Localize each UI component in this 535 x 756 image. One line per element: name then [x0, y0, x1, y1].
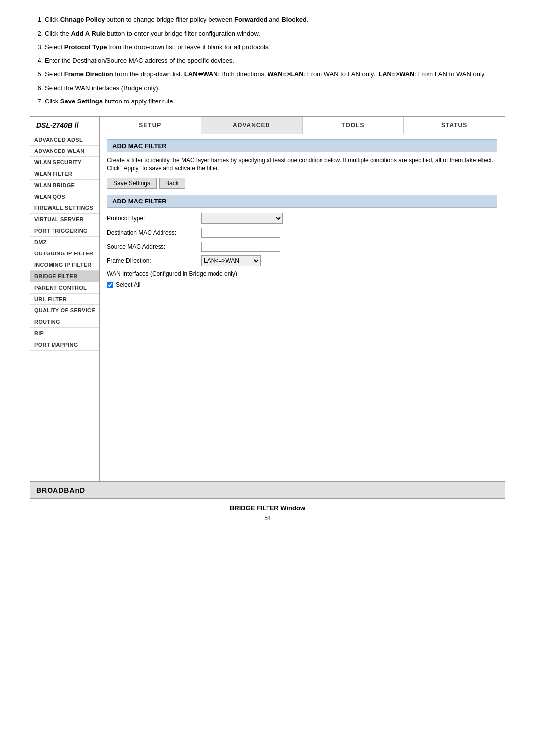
section1-header: ADD MAC FILTER	[107, 139, 497, 152]
source-mac-input[interactable]	[201, 242, 280, 252]
instruction-3: Select Protocol Type from the drop-down …	[45, 42, 505, 52]
instruction-2: Click the Add A Rule button to enter you…	[45, 29, 505, 39]
router-footer: BROADBAnD	[30, 481, 505, 498]
frame-dir-label: Frame Direction:	[107, 257, 201, 264]
description-text: Create a filter to identify the MAC laye…	[107, 156, 497, 173]
sidebar-item-rip[interactable]: RIP	[30, 328, 99, 339]
dest-mac-label: Destination MAC Address:	[107, 229, 201, 236]
instruction-6: Select the WAN interfaces (Bridge only).	[45, 83, 505, 93]
sidebar-item-parent-control[interactable]: PARENT CONTROL	[30, 282, 99, 294]
sidebar: ADVANCED ADSL ADVANCED WLAN WLAN SECURIT…	[30, 134, 100, 482]
wan-interfaces-text: WAN Interfaces (Configured in Bridge mod…	[107, 270, 497, 277]
frame-dir-row: Frame Direction: LAN<=>WAN WAN=>LAN LAN=…	[107, 255, 497, 266]
nav-advanced[interactable]: ADVANCED	[201, 117, 303, 134]
select-all-row: Select All	[107, 281, 497, 288]
nav-tools[interactable]: TOOLS	[303, 117, 404, 134]
instructions-section: Click Chnage Policy button to change bri…	[30, 15, 505, 106]
select-all-checkbox[interactable]	[107, 282, 113, 288]
protocol-type-select[interactable]	[201, 213, 283, 224]
instruction-5: Select Frame Direction from the drop-dow…	[45, 69, 505, 79]
protocol-type-label: Protocol Type:	[107, 215, 201, 222]
nav-items: SETUP ADVANCED TOOLS STATUS	[100, 117, 505, 134]
button-row: Save Settings Back	[107, 178, 497, 189]
caption: BRIDGE FILTER Window	[30, 504, 505, 512]
sidebar-item-dmz[interactable]: DMZ	[30, 237, 99, 248]
brand-name: DSL-2740B	[36, 121, 73, 129]
sidebar-item-wlan-bridge[interactable]: WLAN BRIDGE	[30, 180, 99, 191]
page-content: Click Chnage Policy button to change bri…	[0, 0, 535, 542]
sidebar-item-quality-of-service[interactable]: QUALITY OF SERVICE	[30, 305, 99, 316]
back-button[interactable]: Back	[159, 178, 185, 189]
frame-dir-select[interactable]: LAN<=>WAN WAN=>LAN LAN=>WAN	[201, 255, 261, 266]
sidebar-item-advanced-wlan[interactable]: ADVANCED WLAN	[30, 146, 99, 157]
sidebar-item-port-triggering[interactable]: PORT TRIGGERING	[30, 225, 99, 237]
instruction-7: Click Save Settings button to apply filt…	[45, 97, 505, 106]
top-nav: DSL-2740B // SETUP ADVANCED TOOLS STATUS	[30, 117, 505, 134]
sidebar-item-advanced-adsl[interactable]: ADVANCED ADSL	[30, 134, 99, 146]
sidebar-item-incoming-ip-filter[interactable]: INCOMING IP FILTER	[30, 259, 99, 271]
sidebar-item-wlan-security[interactable]: WLAN SECURITY	[30, 157, 99, 168]
select-all-label: Select All	[116, 281, 140, 288]
brand: DSL-2740B //	[30, 117, 100, 134]
brand-text: DSL-2740B //	[36, 121, 79, 129]
router-ui: DSL-2740B // SETUP ADVANCED TOOLS STATUS…	[30, 116, 505, 499]
sidebar-item-routing[interactable]: ROUTING	[30, 316, 99, 328]
source-mac-label: Source MAC Address:	[107, 243, 201, 250]
section2-header: ADD MAC FILTER	[107, 195, 497, 208]
dest-mac-input[interactable]	[201, 228, 280, 238]
dest-mac-row: Destination MAC Address:	[107, 228, 497, 238]
sidebar-item-bridge-filter[interactable]: BRIDGE FILTER	[30, 271, 99, 282]
protocol-type-row: Protocol Type:	[107, 213, 497, 224]
instructions-list: Click Chnage Policy button to change bri…	[45, 15, 505, 106]
instruction-4: Enter the Destination/Source MAC address…	[45, 56, 505, 66]
brand-slashes: //	[75, 121, 79, 129]
sidebar-item-virtual-server[interactable]: VIRTUAL SERVER	[30, 214, 99, 225]
nav-setup[interactable]: SETUP	[100, 117, 201, 134]
main-layout: ADVANCED ADSL ADVANCED WLAN WLAN SECURIT…	[30, 134, 505, 482]
sidebar-item-wlan-qos[interactable]: WLAN QOS	[30, 191, 99, 202]
sidebar-item-url-filter[interactable]: URL FILTER	[30, 294, 99, 305]
page-number: 58	[30, 515, 505, 522]
instruction-1: Click Chnage Policy button to change bri…	[45, 15, 505, 25]
sidebar-item-firewall-settings[interactable]: FIREWALL SETTINGS	[30, 202, 99, 214]
empty-space	[107, 288, 497, 476]
save-settings-button[interactable]: Save Settings	[107, 178, 157, 189]
source-mac-row: Source MAC Address:	[107, 242, 497, 252]
nav-status[interactable]: STATUS	[404, 117, 505, 134]
sidebar-item-wlan-filter[interactable]: WLAN FILTER	[30, 168, 99, 180]
sidebar-item-port-mapping[interactable]: PORT MAPPING	[30, 339, 99, 351]
sidebar-item-outgoing-ip-filter[interactable]: OUTGOING IP FILTER	[30, 248, 99, 259]
content-area: ADD MAC FILTER Create a filter to identi…	[100, 134, 505, 482]
